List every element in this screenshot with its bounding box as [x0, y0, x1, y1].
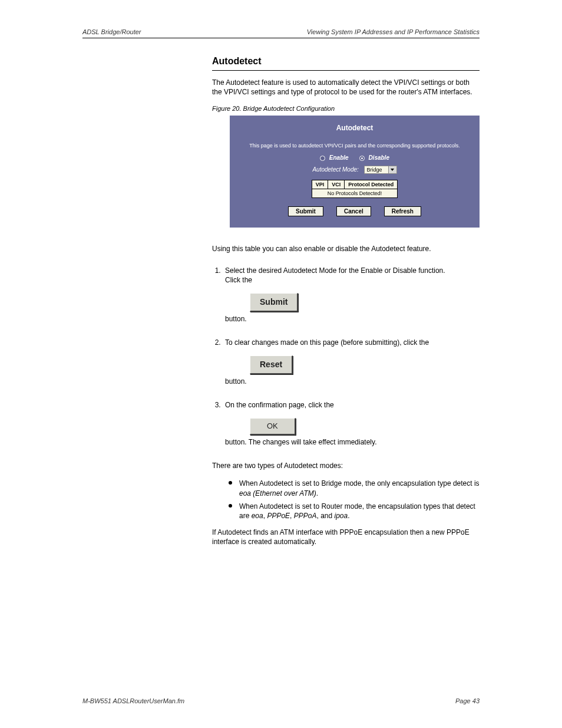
list-item: To clear changes made on this page (befo… [223, 338, 480, 386]
cancel-button[interactable]: Cancel [336, 206, 371, 216]
after-figure-paragraph: Using this table you can also enable or … [212, 244, 480, 253]
radio-icon [359, 156, 365, 161]
intro-paragraph: The Autodetect feature is used to automa… [212, 78, 480, 97]
reset-button-inline[interactable]: Reset [250, 355, 293, 374]
ok-button-inline[interactable]: OK [250, 418, 296, 435]
step3-text1: On the confirmation page, click the [225, 401, 334, 409]
panel-title: Autodetect [230, 116, 480, 132]
pppoe-paragraph: If Autodetect finds an ATM interface wit… [212, 528, 480, 546]
step2-text1: To clear changes made on this page (befo… [225, 338, 429, 347]
radio-icon [320, 156, 325, 161]
radio-row: Enable Disable [230, 154, 480, 161]
modes-bullet-bridge: When Autodetect is set to Bridge mode, t… [229, 479, 480, 498]
step1-text2: Click the [225, 276, 252, 284]
modes-intro: There are two types of Autodetect modes: [212, 461, 480, 470]
mode-row: Autodetect Mode: Bridge [230, 166, 480, 174]
th-vci: VCI [328, 180, 345, 189]
th-protocol: Protocol Detected [345, 180, 398, 189]
panel-button-row: Submit Cancel Refresh [230, 206, 480, 216]
disable-label: Disable [368, 154, 389, 161]
footer-left: M-BW551 ADSLRouterUserMan.fm [82, 697, 184, 704]
table-empty: No Protocols Detected! [312, 189, 398, 198]
modes-list: When Autodetect is set to Bridge mode, t… [229, 479, 480, 521]
step2-text2: button. [225, 377, 247, 386]
page-header: ADSL Bridge/Router Viewing System IP Add… [82, 28, 480, 38]
list-item: On the confirmation page, click the OK b… [223, 400, 480, 447]
submit-button[interactable]: Submit [288, 206, 323, 216]
step3-text2: button. The changes will take effect imm… [225, 438, 376, 446]
header-left: ADSL Bridge/Router [82, 28, 141, 35]
enable-label: Enable [329, 154, 349, 161]
section-rule [212, 70, 480, 71]
th-vpi: VPI [312, 180, 328, 189]
autodetect-panel: Autodetect This page is used to autodete… [230, 116, 480, 228]
mode-label: Autodetect Mode: [312, 166, 358, 173]
mode-select[interactable]: Bridge [364, 166, 397, 174]
figure-caption: Figure 20. Bridge Autodetect Configurati… [212, 105, 480, 112]
step1-text1: Select the desired Autodetect Mode for t… [225, 266, 445, 275]
submit-button-inline[interactable]: Submit [250, 293, 298, 312]
header-right: Viewing System IP Addresses and IP Perfo… [307, 28, 480, 35]
mode-value: Bridge [367, 167, 382, 173]
chevron-down-icon [388, 166, 396, 173]
step1-text3: button. [225, 315, 247, 323]
section-title: Autodetect [212, 56, 480, 67]
page-footer: M-BW551 ADSLRouterUserMan.fm Page 43 [82, 697, 480, 704]
steps-list: Select the desired Autodetect Mode for t… [223, 266, 480, 447]
enable-radio-option[interactable]: Enable [320, 154, 349, 161]
panel-description: This page is used to autodetect VPI/VCI … [230, 143, 480, 149]
list-item: Select the desired Autodetect Mode for t… [223, 266, 480, 324]
refresh-button[interactable]: Refresh [384, 206, 421, 216]
protocol-table: VPI VCI Protocol Detected No Protocols D… [312, 180, 398, 198]
modes-bullet-router: When Autodetect is set to Router mode, t… [229, 502, 480, 521]
disable-radio-option[interactable]: Disable [359, 154, 389, 161]
footer-right: Page 43 [455, 697, 480, 704]
